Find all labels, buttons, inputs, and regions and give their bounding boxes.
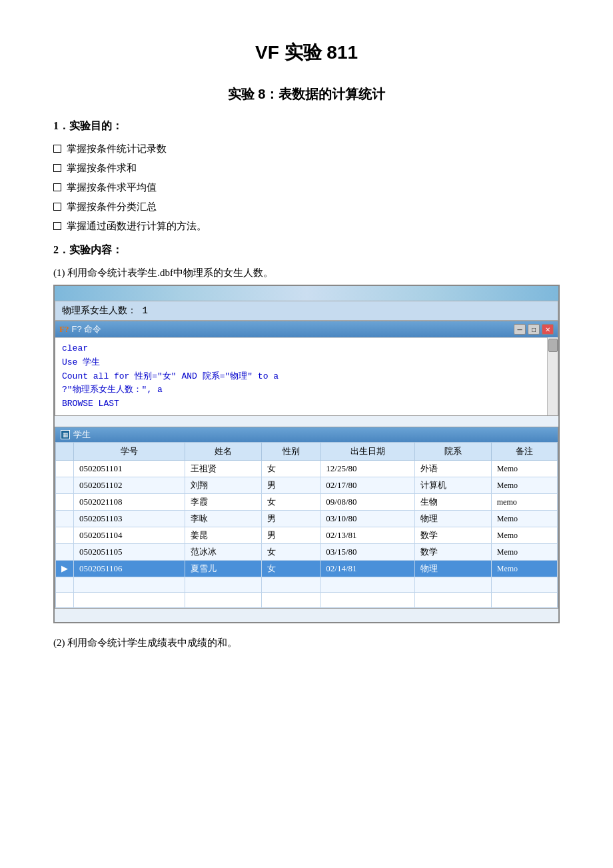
cell-name-7: 夏雪儿 — [185, 560, 262, 577]
section1-heading: 1．实验目的： — [53, 119, 560, 133]
row-indicator-3 — [56, 493, 74, 510]
command-window-body: clear Use 学生 Count all for 性别="女" AND 院系… — [55, 337, 547, 415]
table-row[interactable]: 0502051105 范冰冰 女 03/15/80 数学 Memo — [56, 543, 558, 560]
bullet-box-5 — [53, 222, 61, 230]
table-icon: ▦ — [61, 430, 70, 439]
cell-id-1: 0502051101 — [74, 460, 185, 477]
cell-dept-7: 物理 — [414, 560, 491, 577]
close-button[interactable]: ✕ — [542, 324, 554, 335]
maximize-button[interactable]: □ — [528, 324, 540, 335]
watermark-bar — [55, 286, 558, 301]
table-row[interactable]: 0502051101 王祖贤 女 12/25/80 外语 Memo — [56, 460, 558, 477]
command-scrollbar[interactable] — [547, 337, 558, 415]
row-indicator-2 — [56, 477, 74, 493]
fx-icon: F? — [59, 324, 69, 335]
command-window-titlebar: F? F? 命令 ─ □ ✕ — [55, 321, 558, 337]
empty-cell — [74, 577, 185, 592]
table-window: ▦ 学生 学号 姓名 性别 出生日期 院系 备注 0502051101 — [55, 427, 558, 609]
bullet-item-2: 掌握按条件求和 — [53, 162, 560, 175]
cell-gender-6: 女 — [262, 543, 320, 560]
scroll-thumb[interactable] — [548, 339, 558, 352]
table-row[interactable]: 0502021108 李霞 女 09/08/80 生物 memo — [56, 493, 558, 510]
th-dept: 院系 — [414, 442, 491, 460]
bullet-box-4 — [53, 203, 61, 211]
cell-memo-5: Memo — [491, 527, 557, 543]
empty-cell — [491, 577, 557, 592]
cell-name-3: 李霞 — [185, 493, 262, 510]
table-icon-symbol: ▦ — [63, 431, 69, 438]
minimize-button[interactable]: ─ — [514, 324, 526, 335]
command-window-title-area: F? F? 命令 — [59, 323, 101, 335]
bullet-text-4: 掌握按条件分类汇总 — [67, 201, 157, 213]
cell-memo-3: memo — [491, 493, 557, 510]
cmd-line-2: Use 学生 — [62, 356, 540, 370]
empty-cell — [185, 592, 262, 607]
th-indicator — [56, 442, 74, 460]
window-controls[interactable]: ─ □ ✕ — [514, 324, 554, 335]
cell-gender-2: 男 — [262, 477, 320, 493]
cell-id-5: 0502051104 — [74, 527, 185, 543]
bullet-box-1 — [53, 145, 61, 153]
section-subtitle: 实验 8：表数据的计算统计 — [53, 85, 560, 103]
th-gender: 性别 — [262, 442, 320, 460]
cell-id-2: 0502051102 — [74, 477, 185, 493]
cell-gender-4: 男 — [262, 510, 320, 527]
th-name: 姓名 — [185, 442, 262, 460]
cmd-line-3: Count all for 性别="女" AND 院系="物理" to a — [62, 370, 540, 384]
cell-dob-3: 09/08/80 — [320, 493, 415, 510]
cell-dept-2: 计算机 — [414, 477, 491, 493]
command-window-title-text: F? 命令 — [71, 323, 101, 335]
empty-cell — [74, 592, 185, 607]
bullet-text-5: 掌握通过函数进行计算的方法。 — [67, 220, 207, 233]
row-indicator-7: ▶ — [56, 560, 74, 577]
empty-cell — [320, 577, 415, 592]
cell-id-6: 0502051105 — [74, 543, 185, 560]
cell-memo-4: Memo — [491, 510, 557, 527]
cell-name-5: 姜昆 — [185, 527, 262, 543]
empty-cell — [56, 577, 74, 592]
table-row[interactable]: 0502051103 李咏 男 03/10/80 物理 Memo — [56, 510, 558, 527]
cell-dept-5: 数学 — [414, 527, 491, 543]
cell-memo-1: Memo — [491, 460, 557, 477]
empty-cell — [414, 577, 491, 592]
cell-dept-4: 物理 — [414, 510, 491, 527]
empty-cell — [262, 592, 320, 607]
th-memo: 备注 — [491, 442, 557, 460]
cell-dob-4: 03/10/80 — [320, 510, 415, 527]
table-row[interactable]: 0502051104 姜昆 男 02/13/81 数学 Memo — [56, 527, 558, 543]
cell-dob-7: 02/14/81 — [320, 560, 415, 577]
empty-cell — [320, 592, 415, 607]
bullet-text-2: 掌握按条件求和 — [67, 162, 137, 175]
cell-name-6: 范冰冰 — [185, 543, 262, 560]
table-row-selected[interactable]: ▶ 0502051106 夏雪儿 女 02/14/81 物理 Memo — [56, 560, 558, 577]
result-label: 物理系女生人数： — [62, 305, 137, 316]
page-title: VF 实验 811 — [53, 40, 560, 65]
bullet-box-2 — [53, 164, 61, 172]
table-row-empty-2 — [56, 592, 558, 607]
cell-memo-2: Memo — [491, 477, 557, 493]
cell-gender-1: 女 — [262, 460, 320, 477]
cell-dob-1: 12/25/80 — [320, 460, 415, 477]
cell-name-1: 王祖贤 — [185, 460, 262, 477]
cell-dob-6: 03/15/80 — [320, 543, 415, 560]
bullet-item-5: 掌握通过函数进行计算的方法。 — [53, 220, 560, 233]
th-dob: 出生日期 — [320, 442, 415, 460]
row-indicator-6 — [56, 543, 74, 560]
bullet-item-3: 掌握按条件求平均值 — [53, 181, 560, 194]
row-indicator-4 — [56, 510, 74, 527]
bullet-text-3: 掌握按条件求平均值 — [67, 181, 157, 194]
table-title-text: 学生 — [73, 429, 91, 441]
cmd-line-5: BROWSE LAST — [62, 397, 540, 411]
bullet-box-3 — [53, 183, 61, 191]
cell-name-2: 刘翔 — [185, 477, 262, 493]
cell-gender-3: 女 — [262, 493, 320, 510]
command-window-body-area: clear Use 学生 Count all for 性别="女" AND 院系… — [55, 337, 558, 415]
task1-heading: (1) 利用命令统计表学生.dbf中物理系的女生人数。 — [53, 267, 560, 279]
cell-id-3: 0502021108 — [74, 493, 185, 510]
cell-name-4: 李咏 — [185, 510, 262, 527]
result-value: 1 — [142, 305, 147, 316]
cell-id-7: 0502051106 — [74, 560, 185, 577]
table-row[interactable]: 0502051102 刘翔 男 02/17/80 计算机 Memo — [56, 477, 558, 493]
empty-cell — [262, 577, 320, 592]
task2-heading: (2) 利用命令统计学生成绩表中成绩的和。 — [53, 637, 560, 649]
